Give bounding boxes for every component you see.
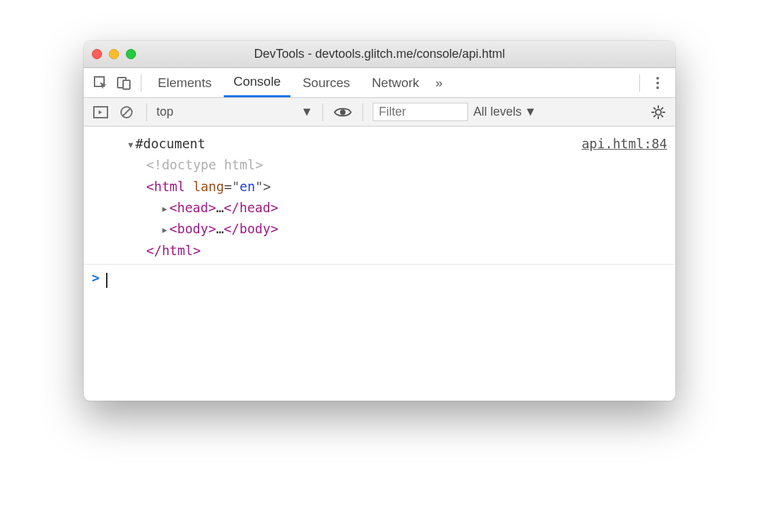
svg-line-17 [654,115,656,117]
levels-label: All levels [473,105,522,119]
tab-network[interactable]: Network [362,68,429,97]
log-levels-selector[interactable]: All levels ▼ [473,105,537,119]
kebab-menu-icon[interactable] [647,76,669,90]
svg-line-16 [661,115,663,117]
window-title: DevTools - devtools.glitch.me/console/ap… [84,47,675,61]
context-selector[interactable]: top ▼ [156,105,313,119]
html-open-tag[interactable]: <html lang="en"> [126,176,278,197]
tree-node-document[interactable]: #document [126,133,278,154]
source-location-link[interactable]: api.html:84 [581,133,667,261]
document-label: #document [135,136,205,151]
inspect-element-icon[interactable] [90,73,111,93]
svg-line-18 [661,107,663,110]
svg-rect-2 [123,80,130,89]
zoom-window-button[interactable] [126,49,136,59]
svg-point-10 [656,110,661,115]
clear-console-icon[interactable] [116,102,137,122]
separator [362,103,363,121]
console-sidebar-toggle-icon[interactable] [90,102,111,122]
disclosure-triangle-icon[interactable] [160,197,169,218]
svg-point-3 [656,77,659,80]
html-close-tag[interactable]: </html> [126,240,278,261]
console-output: #document <!doctype html> <html lang="en… [84,127,675,265]
tab-elements[interactable]: Elements [148,68,221,97]
close-window-button[interactable] [92,49,102,59]
tabs-overflow[interactable]: » [431,68,447,97]
context-label: top [156,105,173,119]
prompt-caret-icon: > [92,270,99,285]
tree-node-body[interactable]: <body>…</body> [126,218,278,239]
separator [146,103,147,121]
titlebar: DevTools - devtools.glitch.me/console/ap… [84,41,675,68]
disclosure-triangle-icon[interactable] [160,218,169,239]
svg-point-9 [340,110,345,115]
dom-tree: #document <!doctype html> <html lang="en… [92,133,278,261]
traffic-lights [92,49,136,59]
doctype-node[interactable]: <!doctype html> [126,154,278,176]
tab-console[interactable]: Console [224,68,290,97]
filter-input[interactable] [373,103,468,121]
tree-node-head[interactable]: <head>…</head> [126,197,278,218]
separator [322,103,323,121]
separator [141,74,141,92]
console-toolbar: top ▼ All levels ▼ [84,98,675,127]
live-expression-eye-icon[interactable] [333,102,353,122]
text-cursor [106,273,107,288]
tab-sources[interactable]: Sources [293,68,360,97]
svg-line-8 [122,108,131,116]
tabs-row: Elements Console Sources Network » [84,68,675,98]
dropdown-triangle-icon: ▼ [301,105,313,119]
dropdown-triangle-icon: ▼ [524,105,537,119]
disclosure-triangle-icon[interactable] [126,133,135,154]
devtools-window: DevTools - devtools.glitch.me/console/ap… [84,41,675,401]
separator [639,74,640,92]
svg-line-15 [654,107,656,110]
svg-point-5 [656,86,659,89]
minimize-window-button[interactable] [109,49,119,59]
svg-point-4 [656,82,659,84]
console-prompt-row[interactable]: > [84,265,675,401]
console-settings-gear-icon[interactable] [648,102,669,122]
device-toggle-icon[interactable] [114,73,134,93]
